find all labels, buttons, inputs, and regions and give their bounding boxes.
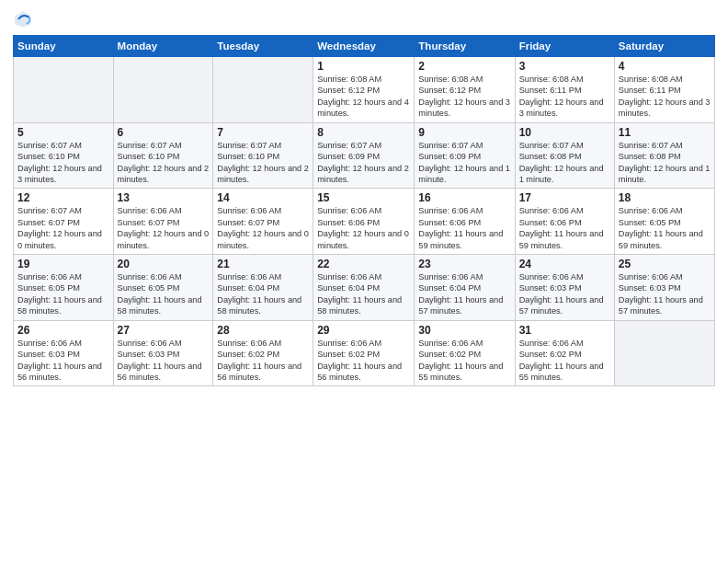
- day-cell: 25Sunrise: 6:06 AM Sunset: 6:03 PM Dayli…: [614, 255, 714, 321]
- page-header: [13, 9, 715, 29]
- day-cell: 14Sunrise: 6:06 AM Sunset: 6:07 PM Dayli…: [213, 189, 313, 255]
- day-cell: 12Sunrise: 6:07 AM Sunset: 6:07 PM Dayli…: [14, 189, 114, 255]
- day-info: Sunrise: 6:06 AM Sunset: 6:03 PM Dayligh…: [118, 338, 210, 384]
- day-cell: 22Sunrise: 6:06 AM Sunset: 6:04 PM Dayli…: [313, 255, 415, 321]
- day-number: 25: [619, 258, 711, 270]
- day-cell: 13Sunrise: 6:06 AM Sunset: 6:07 PM Dayli…: [113, 189, 213, 255]
- day-cell: 3Sunrise: 6:08 AM Sunset: 6:11 PM Daylig…: [515, 57, 614, 123]
- svg-marker-0: [15, 11, 31, 28]
- week-row-5: 26Sunrise: 6:06 AM Sunset: 6:03 PM Dayli…: [14, 320, 715, 386]
- day-number: 11: [619, 126, 711, 139]
- day-info: Sunrise: 6:08 AM Sunset: 6:11 PM Dayligh…: [519, 74, 610, 120]
- week-row-4: 19Sunrise: 6:06 AM Sunset: 6:05 PM Dayli…: [14, 255, 715, 321]
- day-number: 17: [519, 191, 610, 204]
- day-cell: 21Sunrise: 6:06 AM Sunset: 6:04 PM Dayli…: [213, 255, 313, 321]
- day-number: 26: [17, 324, 109, 337]
- day-cell: [614, 320, 714, 386]
- day-number: 2: [418, 60, 510, 73]
- day-info: Sunrise: 6:06 AM Sunset: 6:06 PM Dayligh…: [418, 205, 510, 251]
- day-number: 23: [418, 258, 510, 270]
- weekday-header-tuesday: Tuesday: [213, 36, 313, 57]
- day-cell: 1Sunrise: 6:08 AM Sunset: 6:12 PM Daylig…: [313, 57, 415, 123]
- day-number: 1: [317, 60, 410, 73]
- day-cell: 16Sunrise: 6:06 AM Sunset: 6:06 PM Dayli…: [415, 189, 515, 255]
- day-cell: 29Sunrise: 6:06 AM Sunset: 6:02 PM Dayli…: [313, 320, 415, 386]
- day-cell: 26Sunrise: 6:06 AM Sunset: 6:03 PM Dayli…: [14, 320, 114, 386]
- day-cell: 24Sunrise: 6:06 AM Sunset: 6:03 PM Dayli…: [515, 255, 614, 321]
- day-number: 31: [519, 324, 610, 337]
- day-cell: 6Sunrise: 6:07 AM Sunset: 6:10 PM Daylig…: [113, 122, 213, 189]
- day-info: Sunrise: 6:06 AM Sunset: 6:02 PM Dayligh…: [418, 338, 510, 384]
- day-info: Sunrise: 6:08 AM Sunset: 6:11 PM Dayligh…: [619, 74, 711, 120]
- day-number: 7: [217, 126, 309, 139]
- day-info: Sunrise: 6:06 AM Sunset: 6:05 PM Dayligh…: [118, 271, 210, 317]
- day-number: 16: [418, 191, 510, 204]
- day-number: 15: [317, 191, 410, 204]
- day-info: Sunrise: 6:06 AM Sunset: 6:02 PM Dayligh…: [519, 338, 610, 384]
- day-cell: 9Sunrise: 6:07 AM Sunset: 6:09 PM Daylig…: [415, 122, 515, 189]
- day-info: Sunrise: 6:07 AM Sunset: 6:10 PM Dayligh…: [217, 140, 309, 186]
- weekday-header-sunday: Sunday: [14, 36, 114, 57]
- weekday-header-saturday: Saturday: [614, 36, 714, 57]
- day-info: Sunrise: 6:06 AM Sunset: 6:04 PM Dayligh…: [418, 271, 510, 317]
- day-info: Sunrise: 6:07 AM Sunset: 6:09 PM Dayligh…: [418, 140, 510, 186]
- day-info: Sunrise: 6:06 AM Sunset: 6:05 PM Dayligh…: [619, 205, 711, 251]
- day-info: Sunrise: 6:06 AM Sunset: 6:05 PM Dayligh…: [17, 271, 109, 317]
- logo: [13, 9, 37, 29]
- day-info: Sunrise: 6:06 AM Sunset: 6:02 PM Dayligh…: [217, 338, 309, 384]
- day-number: 30: [418, 324, 510, 337]
- day-info: Sunrise: 6:07 AM Sunset: 6:09 PM Dayligh…: [317, 140, 410, 186]
- day-number: 29: [317, 324, 410, 337]
- day-cell: 28Sunrise: 6:06 AM Sunset: 6:02 PM Dayli…: [213, 320, 313, 386]
- day-cell: 30Sunrise: 6:06 AM Sunset: 6:02 PM Dayli…: [415, 320, 515, 386]
- weekday-header-row: SundayMondayTuesdayWednesdayThursdayFrid…: [14, 36, 715, 57]
- calendar: SundayMondayTuesdayWednesdayThursdayFrid…: [13, 35, 715, 386]
- day-cell: [113, 57, 213, 123]
- day-cell: 11Sunrise: 6:07 AM Sunset: 6:08 PM Dayli…: [614, 122, 714, 189]
- day-cell: [14, 57, 114, 123]
- day-number: 24: [519, 258, 610, 270]
- day-cell: 5Sunrise: 6:07 AM Sunset: 6:10 PM Daylig…: [14, 122, 114, 189]
- weekday-header-friday: Friday: [515, 36, 614, 57]
- day-number: 20: [118, 258, 210, 270]
- day-info: Sunrise: 6:06 AM Sunset: 6:06 PM Dayligh…: [519, 205, 610, 251]
- week-row-3: 12Sunrise: 6:07 AM Sunset: 6:07 PM Dayli…: [14, 189, 715, 255]
- day-number: 27: [118, 324, 210, 337]
- day-number: 5: [17, 126, 109, 139]
- day-cell: 10Sunrise: 6:07 AM Sunset: 6:08 PM Dayli…: [515, 122, 614, 189]
- day-number: 19: [17, 258, 109, 270]
- day-info: Sunrise: 6:06 AM Sunset: 6:04 PM Dayligh…: [217, 271, 309, 317]
- day-cell: 4Sunrise: 6:08 AM Sunset: 6:11 PM Daylig…: [614, 57, 714, 123]
- day-number: 4: [619, 60, 711, 73]
- day-number: 3: [519, 60, 610, 73]
- day-number: 14: [217, 191, 309, 204]
- day-cell: 15Sunrise: 6:06 AM Sunset: 6:06 PM Dayli…: [313, 189, 415, 255]
- day-info: Sunrise: 6:07 AM Sunset: 6:08 PM Dayligh…: [619, 140, 711, 186]
- day-number: 10: [519, 126, 610, 139]
- day-number: 6: [118, 126, 210, 139]
- day-info: Sunrise: 6:06 AM Sunset: 6:03 PM Dayligh…: [519, 271, 610, 317]
- day-info: Sunrise: 6:06 AM Sunset: 6:02 PM Dayligh…: [317, 338, 410, 384]
- day-cell: 27Sunrise: 6:06 AM Sunset: 6:03 PM Dayli…: [113, 320, 213, 386]
- day-info: Sunrise: 6:08 AM Sunset: 6:12 PM Dayligh…: [317, 74, 410, 120]
- day-info: Sunrise: 6:07 AM Sunset: 6:10 PM Dayligh…: [17, 140, 109, 186]
- day-cell: 7Sunrise: 6:07 AM Sunset: 6:10 PM Daylig…: [213, 122, 313, 189]
- day-cell: [213, 57, 313, 123]
- day-info: Sunrise: 6:06 AM Sunset: 6:07 PM Dayligh…: [118, 205, 210, 251]
- day-info: Sunrise: 6:08 AM Sunset: 6:12 PM Dayligh…: [418, 74, 510, 120]
- day-info: Sunrise: 6:07 AM Sunset: 6:07 PM Dayligh…: [17, 205, 109, 251]
- day-cell: 19Sunrise: 6:06 AM Sunset: 6:05 PM Dayli…: [14, 255, 114, 321]
- day-number: 22: [317, 258, 410, 270]
- week-row-2: 5Sunrise: 6:07 AM Sunset: 6:10 PM Daylig…: [14, 122, 715, 189]
- day-cell: 18Sunrise: 6:06 AM Sunset: 6:05 PM Dayli…: [614, 189, 714, 255]
- day-cell: 23Sunrise: 6:06 AM Sunset: 6:04 PM Dayli…: [415, 255, 515, 321]
- day-info: Sunrise: 6:07 AM Sunset: 6:08 PM Dayligh…: [519, 140, 610, 186]
- day-info: Sunrise: 6:06 AM Sunset: 6:04 PM Dayligh…: [317, 271, 410, 317]
- day-cell: 20Sunrise: 6:06 AM Sunset: 6:05 PM Dayli…: [113, 255, 213, 321]
- day-info: Sunrise: 6:07 AM Sunset: 6:10 PM Dayligh…: [118, 140, 210, 186]
- day-number: 8: [317, 126, 410, 139]
- day-info: Sunrise: 6:06 AM Sunset: 6:03 PM Dayligh…: [619, 271, 711, 317]
- day-info: Sunrise: 6:06 AM Sunset: 6:07 PM Dayligh…: [217, 205, 309, 251]
- week-row-1: 1Sunrise: 6:08 AM Sunset: 6:12 PM Daylig…: [14, 57, 715, 123]
- day-number: 13: [118, 191, 210, 204]
